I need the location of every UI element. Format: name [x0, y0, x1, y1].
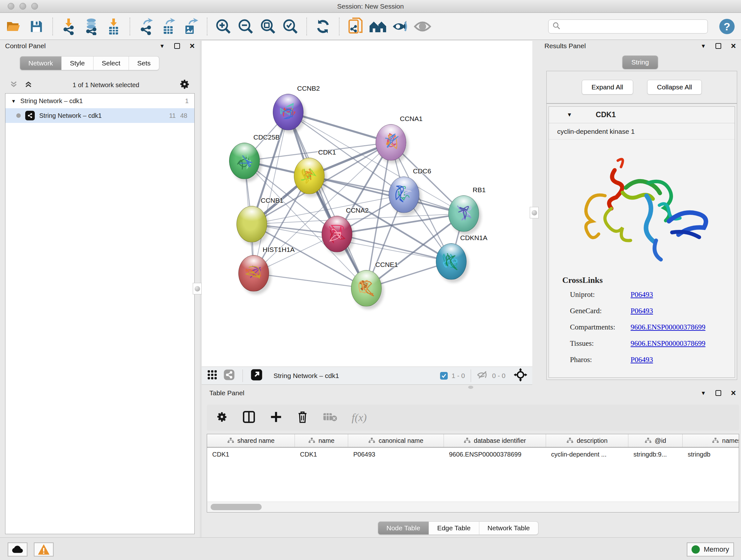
right-splitter-handle[interactable]: [530, 207, 539, 219]
column-header-database-identifier[interactable]: database identifier: [444, 434, 546, 447]
import-network-button[interactable]: [60, 17, 78, 36]
zoom-selected-button[interactable]: [281, 17, 299, 36]
tab-select[interactable]: Select: [93, 56, 129, 70]
tab-sets[interactable]: Sets: [129, 56, 159, 70]
cell-namespace[interactable]: stringdb: [683, 451, 739, 458]
horizontal-scrollbar[interactable]: [207, 502, 738, 512]
network-node-ccnb1[interactable]: [237, 206, 267, 242]
network-node-ccne1[interactable]: [351, 270, 382, 307]
network-row-selected[interactable]: String Network – cdk1 11 48: [5, 108, 194, 123]
genecard-link[interactable]: P06493: [630, 307, 735, 315]
tissues-link[interactable]: 9606.ENSP00000378699: [630, 339, 735, 348]
network-node-hist1h1a[interactable]: [239, 255, 269, 292]
show-columns-icon[interactable]: [243, 411, 255, 425]
cell--id[interactable]: stringdb:9...: [628, 451, 683, 458]
tab-string[interactable]: String: [623, 56, 658, 69]
cell-canonical-name[interactable]: P06493: [348, 451, 444, 458]
network-node-cdk1[interactable]: [294, 158, 325, 194]
tab-node-table[interactable]: Node Table: [378, 521, 429, 535]
panel-menu-icon[interactable]: ▼: [700, 390, 706, 396]
open-in-new-window-icon[interactable]: [251, 369, 263, 382]
column-header-description[interactable]: description: [546, 434, 628, 447]
maximize-window-button[interactable]: [31, 3, 38, 10]
export-table-button[interactable]: [159, 17, 178, 36]
pharos-link[interactable]: P06493: [630, 356, 735, 364]
cell-description[interactable]: cyclin-dependent ...: [546, 451, 628, 458]
zoom-fit-button[interactable]: [259, 17, 277, 36]
collapse-all-button[interactable]: Collapse All: [647, 80, 702, 95]
float-panel-icon[interactable]: [716, 390, 721, 396]
close-panel-icon[interactable]: ×: [731, 389, 736, 397]
column-header-namespace[interactable]: namespace: [683, 434, 739, 447]
float-panel-icon[interactable]: [716, 43, 721, 49]
refresh-layout-button[interactable]: [314, 17, 332, 36]
cell-name[interactable]: CDK1: [295, 451, 348, 458]
memory-button[interactable]: Memory: [687, 543, 734, 557]
network-node-rb1[interactable]: [448, 195, 479, 232]
search-input[interactable]: [564, 23, 704, 30]
network-options-gear-icon[interactable]: [179, 79, 190, 91]
left-splitter-handle[interactable]: [193, 283, 202, 294]
uniprot-link[interactable]: P06493: [630, 291, 735, 299]
warnings-button[interactable]: [34, 543, 54, 557]
column-header--id[interactable]: @id: [628, 434, 683, 447]
minimize-window-button[interactable]: [19, 3, 26, 10]
network-node-cdkn1a[interactable]: [436, 243, 467, 280]
tab-network-table[interactable]: Network Table: [479, 521, 539, 535]
network-view-canvas[interactable]: CCNB2CCNA1CDC25BCDK1CDC6RB1CCNB1CCNA2CDK…: [202, 41, 532, 367]
open-session-button[interactable]: [5, 17, 23, 36]
network-node-ccna2[interactable]: [322, 216, 352, 252]
network-node-cdc6[interactable]: [389, 177, 419, 213]
selected-checkbox-icon[interactable]: [440, 372, 448, 380]
panel-menu-icon[interactable]: ▼: [700, 44, 706, 49]
collection-expand-icon[interactable]: ▼: [11, 99, 16, 104]
cloud-status-button[interactable]: [8, 543, 27, 557]
export-image-button[interactable]: [182, 17, 200, 36]
network-share-toolbar-icon[interactable]: [223, 369, 235, 382]
close-panel-icon[interactable]: ×: [190, 42, 195, 51]
close-window-button[interactable]: [8, 3, 14, 10]
network-collection-row[interactable]: ▼ String Network – cdk1 1: [5, 94, 194, 108]
import-table-button[interactable]: [105, 17, 123, 36]
expand-all-networks-icon[interactable]: [10, 80, 18, 90]
network-node-ccnb2[interactable]: [273, 94, 304, 130]
scrollbar-thumb[interactable]: [211, 504, 262, 510]
tab-edge-table[interactable]: Edge Table: [429, 521, 479, 535]
column-header-canonical-name[interactable]: canonical name: [348, 434, 444, 447]
hide-selected-eye-icon[interactable]: [391, 17, 409, 36]
cell-database-identifier[interactable]: 9606.ENSP00000378699: [444, 451, 546, 458]
save-session-button[interactable]: [27, 17, 45, 36]
column-header-shared-name[interactable]: shared name: [207, 434, 295, 447]
add-column-icon[interactable]: [270, 411, 282, 424]
tab-network[interactable]: Network: [20, 56, 62, 70]
network-node-ccna1[interactable]: [376, 124, 406, 161]
network-node-cdc25b[interactable]: [229, 143, 260, 179]
tab-style[interactable]: Style: [62, 56, 93, 70]
cdk1-section-header[interactable]: ▼ CDK1: [549, 107, 735, 123]
column-type-icon: [645, 437, 652, 444]
float-panel-icon[interactable]: [174, 43, 180, 49]
node-label-hist1h1a: HIST1H1A: [263, 246, 294, 253]
compartments-link[interactable]: 9606.ENSP00000378699: [630, 323, 735, 331]
collapse-entry-icon[interactable]: ▼: [567, 112, 572, 118]
zoom-in-button[interactable]: [214, 17, 232, 36]
column-header-name[interactable]: name: [295, 434, 348, 447]
collapse-all-networks-icon[interactable]: [24, 80, 32, 90]
string-home-button[interactable]: [369, 17, 387, 36]
panel-menu-icon[interactable]: ▼: [159, 44, 165, 49]
table-settings-gear-icon[interactable]: [216, 411, 228, 424]
expand-all-button[interactable]: Expand All: [582, 80, 633, 95]
table-data-row[interactable]: CDK1CDK1P064939606.ENSP00000378699cyclin…: [207, 448, 739, 461]
share-document-button[interactable]: [347, 17, 364, 36]
zoom-out-button[interactable]: [237, 17, 255, 36]
help-button[interactable]: ?: [718, 17, 736, 36]
cell-shared-name[interactable]: CDK1: [207, 451, 295, 458]
delete-column-trash-icon[interactable]: [297, 411, 308, 425]
close-panel-icon[interactable]: ×: [731, 42, 736, 51]
import-database-button[interactable]: [82, 17, 100, 36]
fit-content-crosshair-icon[interactable]: [514, 368, 527, 383]
export-network-button[interactable]: [137, 17, 155, 36]
birds-eye-view-icon[interactable]: [207, 369, 218, 382]
toolbar-separator: [243, 369, 243, 382]
title-bar: Session: New Session: [0, 0, 741, 13]
